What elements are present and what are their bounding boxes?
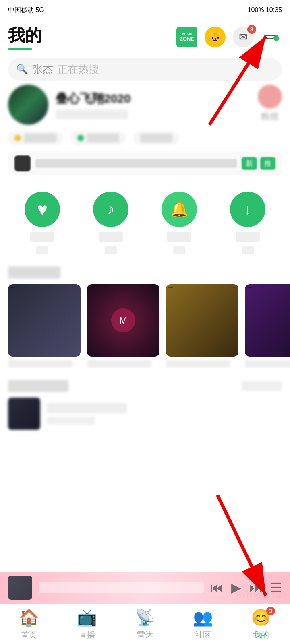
notif-icon	[14, 155, 31, 171]
list-item[interactable]	[8, 398, 282, 430]
recent-name-1	[47, 403, 127, 413]
play-button[interactable]: ▶	[231, 580, 241, 595]
green-dot	[77, 135, 84, 141]
search-hot-label: 正在热搜	[57, 62, 99, 76]
badge-member	[71, 131, 126, 145]
recent-section	[8, 380, 282, 430]
cat-emoji: 🐱	[208, 30, 223, 44]
recent-artist-1	[47, 417, 95, 425]
mail-badge: 3	[247, 25, 256, 34]
search-icon: 🔍	[16, 64, 28, 75]
status-left: 中国移动 5G	[8, 6, 44, 14]
status-right: 100% 10:35	[248, 6, 282, 14]
recent-info-1	[47, 403, 282, 425]
menu-icon	[265, 35, 278, 39]
header-icons: MUSIC ZONE 🐱 ✉ 3	[176, 27, 282, 47]
recent-more[interactable]	[242, 381, 282, 391]
playlist-button[interactable]: ☰	[270, 580, 282, 595]
next-button[interactable]: ⏭	[249, 580, 262, 595]
yellow-dot	[14, 135, 21, 141]
action-icon-local: ♪	[93, 192, 128, 227]
list-item[interactable]	[8, 284, 81, 368]
recent-cover-1	[8, 398, 40, 430]
cat-icon-button[interactable]: 🐱	[205, 27, 226, 47]
playlist-name-3	[166, 360, 230, 368]
play-count-4	[247, 287, 252, 288]
notification-banner: 新 推	[8, 151, 282, 175]
menu-line-2	[265, 38, 274, 39]
nav-item-community[interactable]: 👥 社区	[193, 608, 213, 640]
stat-num: 粉丝	[261, 110, 279, 122]
music-zone-bottom: ZONE	[180, 36, 194, 42]
bottom-nav: 🏠 首页 📺 直播 📡 雷达 👥 社区 😊 3 我的	[0, 604, 290, 644]
avatar	[8, 85, 48, 125]
page-title: 我的	[8, 24, 42, 47]
profile-followers	[56, 109, 128, 119]
nav-label-mine: 我的	[253, 630, 269, 640]
list-item[interactable]: M	[87, 284, 160, 368]
notif-tags: 新 推	[242, 157, 276, 170]
prev-button[interactable]: ⏮	[210, 580, 223, 595]
title-underline	[8, 48, 32, 50]
action-label-ringtone	[167, 232, 191, 242]
menu-green-dot	[273, 35, 279, 41]
mini-player[interactable]: ⏮ ▶ ⏭ ☰	[0, 572, 290, 604]
profile-stat: 粉丝	[258, 85, 282, 122]
list-item[interactable]	[245, 284, 290, 368]
status-bar: 中国移动 5G 100% 10:35	[0, 0, 290, 20]
quick-actions: ♥ ♪ 🔔 ↓	[0, 180, 290, 258]
profile-left: 叠心飞翔2020	[8, 85, 131, 125]
action-icon-purchased: ↓	[230, 192, 265, 227]
notif-tag-push: 推	[260, 157, 276, 170]
badge-row	[8, 131, 282, 145]
action-label-purchased	[236, 232, 260, 242]
profile-name: 叠心飞翔2020	[56, 91, 131, 107]
playlist-name-4	[245, 360, 290, 368]
profile-section: 叠心飞翔2020 粉丝	[8, 85, 282, 125]
header-title-block: 我的	[8, 24, 42, 50]
playlist-name-1	[8, 360, 72, 368]
action-purchased[interactable]: ↓	[230, 192, 265, 254]
search-bar[interactable]: 🔍 张杰 正在热搜	[8, 58, 282, 80]
action-local[interactable]: ♪	[93, 192, 128, 254]
mine-badge: 3	[266, 607, 275, 615]
action-label-local	[99, 232, 123, 242]
nav-item-mine[interactable]: 😊 3 我的	[251, 608, 271, 640]
bottom-spacer	[0, 436, 290, 517]
notif-text	[35, 159, 237, 168]
badge-vip	[8, 131, 63, 145]
nav-label-community: 社区	[195, 630, 211, 640]
radar-icon: 📡	[135, 608, 155, 627]
nav-label-live: 直播	[79, 630, 95, 640]
action-count-1	[36, 246, 48, 254]
play-count-1	[10, 287, 15, 288]
checkin-label	[140, 134, 172, 142]
header: 我的 MUSIC ZONE 🐱 ✉ 3	[0, 20, 290, 50]
member-label	[87, 134, 119, 142]
recent-header	[8, 380, 282, 392]
stat-avatar	[258, 85, 282, 109]
action-count-4	[242, 246, 254, 254]
playlist-cover-2: M	[87, 284, 160, 357]
action-collection[interactable]: ♥	[25, 192, 60, 254]
profile-info: 叠心飞翔2020	[56, 91, 131, 119]
mini-cover	[8, 576, 32, 600]
playlist-scroll[interactable]: M	[0, 284, 290, 368]
nav-item-home[interactable]: 🏠 首页	[19, 608, 39, 640]
action-ringtone[interactable]: 🔔	[162, 192, 197, 254]
music-zone-button[interactable]: MUSIC ZONE	[176, 27, 197, 47]
mini-title	[39, 582, 204, 593]
mini-controls: ⏮ ▶ ⏭ ☰	[210, 580, 282, 595]
playlist-cover-1	[8, 284, 81, 357]
playlist-section-title	[8, 266, 60, 279]
nav-item-live[interactable]: 📺 直播	[77, 608, 97, 640]
badge-checkin	[134, 131, 179, 145]
profile-right: 粉丝	[258, 85, 282, 122]
nav-item-radar[interactable]: 📡 雷达	[135, 608, 155, 640]
mail-button[interactable]: ✉ 3	[233, 27, 254, 47]
action-icon-ringtone: 🔔	[162, 192, 197, 227]
nav-label-radar: 雷达	[137, 630, 153, 640]
play-count-2	[89, 287, 94, 288]
menu-button[interactable]	[261, 27, 282, 47]
list-item[interactable]	[166, 284, 238, 368]
